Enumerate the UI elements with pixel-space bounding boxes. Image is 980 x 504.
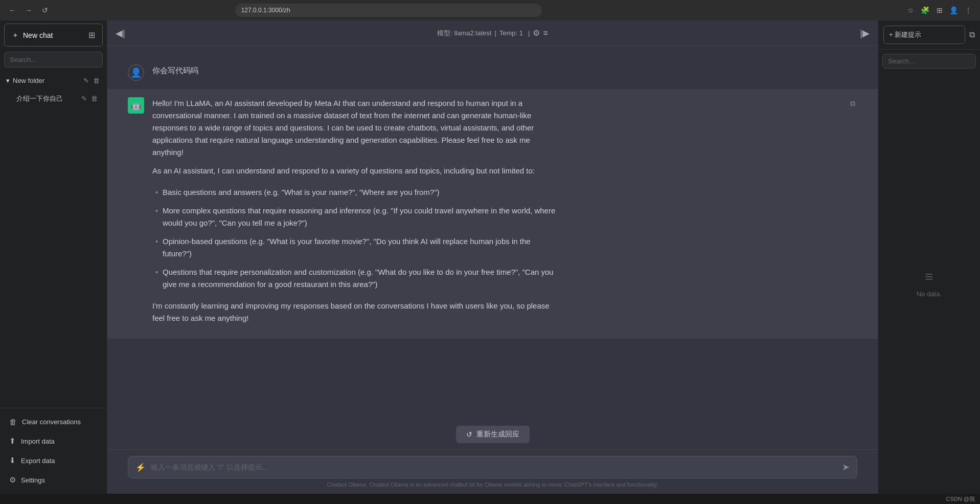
chat-input[interactable] — [151, 463, 837, 471]
chat-item-actions: ✎ 🗑 — [80, 94, 99, 103]
input-footer: Chatbot Ollama. Chatbot Ollama is an adv… — [128, 481, 857, 490]
url-text: 127.0.0.1:3000/zh — [241, 7, 290, 14]
right-sidebar-header: + 新建提示 ⧉ — [878, 20, 980, 50]
regenerate-area: ↺ 重新生成回应 — [107, 420, 878, 449]
list-item-2: More complex questions that require reas… — [152, 202, 561, 232]
browser-actions: ☆ 🧩 ⊞ 👤 ⋮ — [905, 5, 974, 16]
folder-collapse-icon: ▾ — [6, 77, 10, 84]
collapse-left-button[interactable]: ◀| — [116, 28, 125, 39]
import-data-label: Import data — [21, 437, 55, 445]
chat-header: ◀| 模型: llama2:latest | Temp: 1 | ⚙ ≡ |▶ — [107, 20, 878, 46]
assistant-paragraph-2: As an AI assistant, I can understand and… — [152, 165, 561, 177]
user-avatar-icon: 👤 — [130, 67, 142, 78]
assistant-avatar-icon: 🤖 — [131, 101, 141, 111]
footer-text: Chatbot Ollama. Chatbot Ollama is an adv… — [327, 481, 658, 488]
chat-edit-button[interactable]: ✎ — [80, 94, 88, 103]
right-sidebar-content: ≡ No data. — [878, 73, 980, 494]
new-chat-icon-button[interactable]: ⊞ — [88, 30, 95, 40]
prompt-icon: ⚡ — [135, 463, 146, 472]
right-search-input[interactable] — [882, 54, 976, 69]
new-chat-label: New chat — [23, 31, 53, 39]
model-menu-button[interactable]: ≡ — [543, 29, 548, 38]
extension-button[interactable]: 🧩 — [920, 5, 931, 16]
expand-right-button[interactable]: |▶ — [860, 28, 870, 39]
assistant-list: Basic questions and answers (e.g. "What … — [152, 183, 561, 294]
new-prompt-label: + 新建提示 — [889, 30, 921, 39]
reload-button[interactable]: ↺ — [39, 4, 51, 16]
menu-button[interactable]: ⋮ — [963, 5, 974, 16]
plus-icon: ＋ — [12, 31, 19, 40]
user-message-text: 你会写代码吗 — [152, 66, 198, 75]
search-input[interactable] — [4, 52, 103, 68]
main-area: ◀| 模型: llama2:latest | Temp: 1 | ⚙ ≡ |▶ … — [107, 20, 878, 494]
assistant-message-content: Hello! I'm LLaMA, an AI assistant develo… — [152, 97, 561, 331]
regenerate-icon: ↺ — [466, 430, 472, 439]
export-icon: ⬇ — [9, 456, 16, 465]
status-bar: CSDN @我 — [0, 494, 980, 504]
import-icon: ⬆ — [9, 436, 16, 446]
browser-chrome: ← → ↺ 127.0.0.1:3000/zh ☆ 🧩 ⊞ 👤 ⋮ — [0, 0, 980, 20]
url-bar[interactable]: 127.0.0.1:3000/zh — [235, 4, 542, 17]
model-settings-button[interactable]: ⚙ — [533, 28, 540, 38]
separator: | — [494, 29, 496, 37]
user-message-row: 👤 你会写代码吗 — [107, 56, 878, 89]
export-data-label: Export data — [21, 457, 55, 465]
model-info: 模型: llama2:latest | Temp: 1 | ⚙ ≡ — [125, 28, 860, 38]
folder-actions: ✎ 🗑 — [82, 76, 101, 85]
copy-message-button[interactable]: ⧉ — [848, 97, 857, 110]
chat-messages[interactable]: 👤 你会写代码吗 🤖 Hello! I'm LLaMA, an AI assis… — [107, 46, 878, 420]
left-sidebar: ＋ New chat ⊞ ▾ New folder ✎ 🗑 介绍一下你自己 ✎ … — [0, 20, 107, 494]
chat-delete-button[interactable]: 🗑 — [90, 94, 99, 103]
forward-button[interactable]: → — [22, 4, 35, 16]
right-search — [878, 50, 980, 73]
assistant-avatar: 🤖 — [128, 97, 144, 114]
input-box: ⚡ ➤ — [128, 456, 857, 478]
search-container — [0, 50, 107, 70]
send-button[interactable]: ➤ — [842, 462, 850, 473]
chat-list-item[interactable]: 介绍一下你自己 ✎ 🗑 — [2, 90, 105, 107]
model-label: 模型: llama2:latest — [437, 29, 491, 38]
app-container: ＋ New chat ⊞ ▾ New folder ✎ 🗑 介绍一下你自己 ✎ … — [0, 20, 980, 494]
back-button[interactable]: ← — [6, 4, 18, 16]
input-area: ⚡ ➤ Chatbot Ollama. Chatbot Ollama is an… — [107, 449, 878, 494]
folder-edit-button[interactable]: ✎ — [82, 76, 90, 85]
import-data-button[interactable]: ⬆ Import data — [2, 431, 105, 451]
new-prompt-button[interactable]: + 新建提示 — [883, 26, 965, 44]
folder-header[interactable]: ▾ New folder ✎ 🗑 — [0, 72, 107, 90]
chat-item-title: 介绍一下你自己 — [16, 94, 78, 103]
folder-delete-button[interactable]: 🗑 — [92, 76, 101, 85]
settings-label: Settings — [21, 476, 45, 484]
clear-conversations-label: Clear conversations — [22, 418, 81, 426]
bookmark-button[interactable]: ☆ — [905, 5, 917, 16]
new-chat-button[interactable]: ＋ New chat ⊞ — [4, 24, 103, 47]
list-item-4: Questions that require personalization a… — [152, 263, 561, 294]
sidebar-folders: ▾ New folder ✎ 🗑 介绍一下你自己 ✎ 🗑 — [0, 70, 107, 408]
no-data-label: No data. — [917, 290, 942, 298]
no-data-icon: ≡ — [925, 269, 933, 285]
profile-button[interactable]: 👤 — [948, 5, 960, 16]
list-item-3: Opinion-based questions (e.g. "What is y… — [152, 232, 561, 263]
right-sidebar: + 新建提示 ⧉ ≡ No data. — [878, 20, 980, 494]
regenerate-label: 重新生成回应 — [476, 430, 519, 439]
sidebar-toggle-button[interactable]: ⊞ — [934, 5, 945, 16]
assistant-paragraph-1: Hello! I'm LLaMA, an AI assistant develo… — [152, 97, 561, 159]
settings-button[interactable]: ⚙ Settings — [2, 470, 105, 490]
clear-icon: 🗑 — [9, 418, 17, 426]
settings-icon: ⚙ — [9, 475, 16, 485]
assistant-closing: I'm constantly learning and improving my… — [152, 300, 561, 324]
list-item-1: Basic questions and answers (e.g. "What … — [152, 183, 561, 202]
status-text: CSDN @我 — [946, 495, 975, 503]
folder-name: New folder — [13, 77, 44, 84]
clear-conversations-button[interactable]: 🗑 Clear conversations — [2, 412, 105, 431]
message-actions: ⧉ — [848, 97, 857, 110]
assistant-message-row: 🤖 Hello! I'm LLaMA, an AI assistant deve… — [107, 89, 878, 339]
temp-label: Temp: 1 — [499, 29, 523, 37]
regenerate-button[interactable]: ↺ 重新生成回应 — [456, 426, 530, 443]
right-copy-button[interactable]: ⧉ — [969, 30, 975, 39]
sidebar-bottom: 🗑 Clear conversations ⬆ Import data ⬇ Ex… — [0, 408, 107, 494]
export-data-button[interactable]: ⬇ Export data — [2, 451, 105, 470]
user-message-content: 你会写代码吗 — [152, 64, 561, 77]
user-avatar: 👤 — [128, 64, 144, 81]
